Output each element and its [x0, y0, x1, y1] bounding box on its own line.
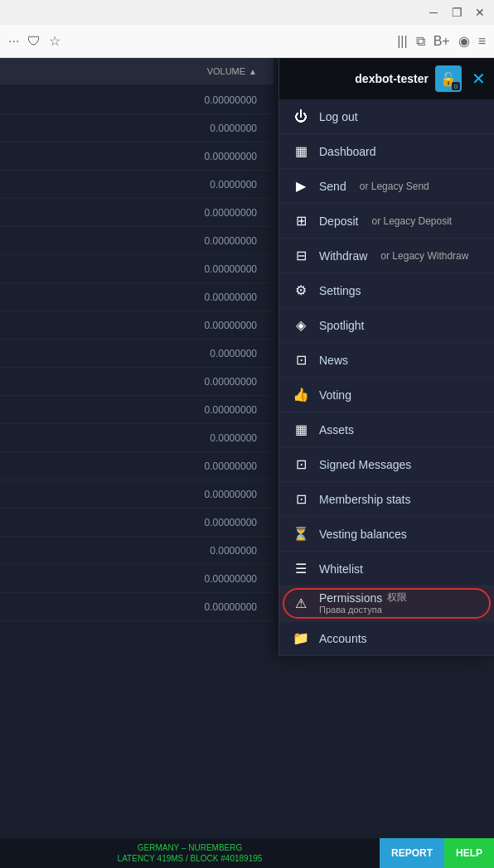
table-row: 0.00000000: [0, 452, 274, 480]
reading-list-icon[interactable]: |||: [397, 34, 407, 49]
table-row: 0.00000000: [0, 255, 274, 283]
voting-icon: 👍: [293, 387, 309, 403]
table-row: 0.00000000: [0, 565, 274, 593]
table-row: 0.00000000: [0, 368, 274, 396]
withdraw-icon: ⊟: [293, 248, 309, 263]
send-secondary-label: or Legacy Send: [360, 181, 429, 192]
menu-item-dashboard[interactable]: ▦ Dashboard: [279, 134, 494, 169]
user-dropdown-menu: dexbot-tester 🔓 0 ✕ ⏻ Log out ▦ Dashboar…: [278, 58, 494, 656]
accounts-icon: 📁: [293, 630, 309, 646]
deposit-secondary-label: or Legacy Deposit: [371, 215, 452, 227]
username-label: dexbot-tester: [355, 72, 429, 85]
menu-item-withdraw[interactable]: ⊟ Withdraw or Legacy Withdraw: [279, 239, 494, 273]
dashboard-icon: ▦: [293, 143, 309, 159]
table-row: 0.0000000: [0, 340, 274, 368]
menu-item-membership-stats[interactable]: ⊡ Membership stats: [279, 482, 494, 517]
user-header: dexbot-tester 🔓 0 ✕: [279, 58, 494, 99]
voting-label: Voting: [319, 388, 351, 402]
permissions-chinese-label: 权限: [387, 591, 407, 605]
menu-item-assets[interactable]: ▦ Assets: [279, 412, 494, 447]
withdraw-label: Withdraw: [319, 249, 367, 263]
table-row: 0.00000000: [0, 199, 274, 227]
settings-icon: ⚙: [293, 282, 309, 298]
news-icon: ⊡: [293, 352, 309, 368]
spotlight-label: Spotlight: [319, 319, 364, 332]
menu-item-vesting-balances[interactable]: ⏳ Vesting balances: [279, 517, 494, 552]
permissions-warning-icon: ⚠: [293, 596, 309, 611]
menu-item-whitelist[interactable]: ☰ Whitelist: [279, 552, 494, 586]
split-view-icon[interactable]: ⧉: [416, 34, 425, 49]
whitelist-label: Whitelist: [319, 562, 363, 576]
sort-arrow-icon: ▲: [249, 67, 257, 76]
browser-maximize-button[interactable]: ❐: [451, 7, 463, 18]
server-line1: GERMANY – NUREMBERG: [0, 842, 380, 853]
more-button[interactable]: ···: [8, 34, 19, 49]
table-row: 0.00000000: [0, 396, 274, 424]
lock-badge: 0: [452, 82, 460, 90]
table-row: 0.0000000: [0, 114, 274, 142]
menu-item-permissions[interactable]: ⚠ Permissions 权限 Права доступа: [279, 586, 494, 621]
permissions-label: Permissions: [319, 591, 382, 605]
app-area: VOLUME ▲ 0.00000000 0.0000000 0.00000000…: [0, 58, 494, 868]
vesting-balances-icon: ⏳: [293, 526, 309, 542]
shield-icon[interactable]: 🛡: [27, 34, 41, 49]
browser-minimize-button[interactable]: ─: [428, 7, 439, 18]
table-row: 0.00000000: [0, 86, 274, 114]
membership-stats-label: Membership stats: [319, 493, 410, 506]
news-label: News: [319, 354, 348, 367]
browser-titlebar: ─ ❐ ✕: [0, 0, 494, 25]
server-info: GERMANY – NUREMBERG LATENCY 419MS / BLOC…: [0, 842, 380, 864]
account-icon[interactable]: ◉: [458, 33, 470, 49]
membership-stats-icon: ⊡: [293, 491, 309, 507]
table-row: 0.00000000: [0, 593, 274, 621]
menu-icon[interactable]: ≡: [478, 34, 486, 49]
menu-item-spotlight[interactable]: ◈ Spotlight: [279, 308, 494, 343]
browser-close-button[interactable]: ✕: [474, 7, 486, 18]
menu-item-logout[interactable]: ⏻ Log out: [279, 99, 494, 134]
table-header: VOLUME ▲: [0, 58, 274, 84]
table-row: 0.00000000: [0, 480, 274, 509]
logout-label: Log out: [319, 110, 358, 123]
menu-item-signed-messages[interactable]: ⊡ Signed Messages: [279, 447, 494, 482]
dashboard-label: Dashboard: [319, 145, 376, 158]
help-button[interactable]: HELP: [444, 838, 494, 868]
whitelist-icon: ☰: [293, 561, 309, 576]
signed-messages-label: Signed Messages: [319, 458, 411, 471]
table-row: 0.00000000: [0, 227, 274, 255]
table-row: 0.00000000: [0, 283, 274, 311]
table-row: 0.0000000: [0, 424, 274, 452]
send-label: Send: [319, 180, 346, 193]
menu-item-settings[interactable]: ⚙ Settings: [279, 273, 494, 308]
status-bar: GERMANY – NUREMBERG LATENCY 419MS / BLOC…: [0, 838, 494, 868]
star-icon[interactable]: ☆: [49, 33, 61, 49]
browser-toolbar: ··· 🛡 ☆ ||| ⧉ B+ ◉ ≡: [0, 25, 494, 58]
permissions-text-group: Permissions 权限 Права доступа: [319, 591, 407, 615]
settings-label: Settings: [319, 284, 361, 297]
signed-messages-icon: ⊡: [293, 456, 309, 472]
table-row: 0.00000000: [0, 142, 274, 171]
report-button[interactable]: REPORT: [380, 838, 444, 868]
table-row: 0.00000000: [0, 509, 274, 537]
menu-item-send[interactable]: ▶ Send or Legacy Send: [279, 169, 494, 204]
deposit-label: Deposit: [319, 215, 358, 228]
vesting-balances-label: Vesting balances: [319, 528, 407, 541]
menu-item-accounts[interactable]: 📁 Accounts: [279, 621, 494, 656]
spotlight-icon: ◈: [293, 317, 309, 333]
table-row: 0.0000000: [0, 171, 274, 199]
menu-item-voting[interactable]: 👍 Voting: [279, 378, 494, 412]
trade-table: VOLUME ▲ 0.00000000 0.0000000 0.00000000…: [0, 58, 274, 868]
volume-column-label: VOLUME: [207, 66, 245, 76]
table-row: 0.0000000: [0, 537, 274, 565]
send-icon: ▶: [293, 178, 309, 194]
table-row: 0.00000000: [0, 311, 274, 340]
table-rows: 0.00000000 0.0000000 0.00000000 0.000000…: [0, 84, 274, 621]
accounts-label: Accounts: [319, 632, 367, 645]
profile-icon[interactable]: B+: [433, 34, 450, 49]
menu-item-news[interactable]: ⊡ News: [279, 343, 494, 378]
deposit-icon: ⊞: [293, 213, 309, 229]
menu-item-deposit[interactable]: ⊞ Deposit or Legacy Deposit: [279, 204, 494, 239]
lock-button[interactable]: 🔓 0: [435, 65, 462, 92]
close-dropdown-button[interactable]: ✕: [472, 69, 486, 89]
withdraw-secondary-label: or Legacy Withdraw: [380, 250, 468, 262]
server-line2: LATENCY 419MS / BLOCK #40189195: [0, 853, 380, 864]
